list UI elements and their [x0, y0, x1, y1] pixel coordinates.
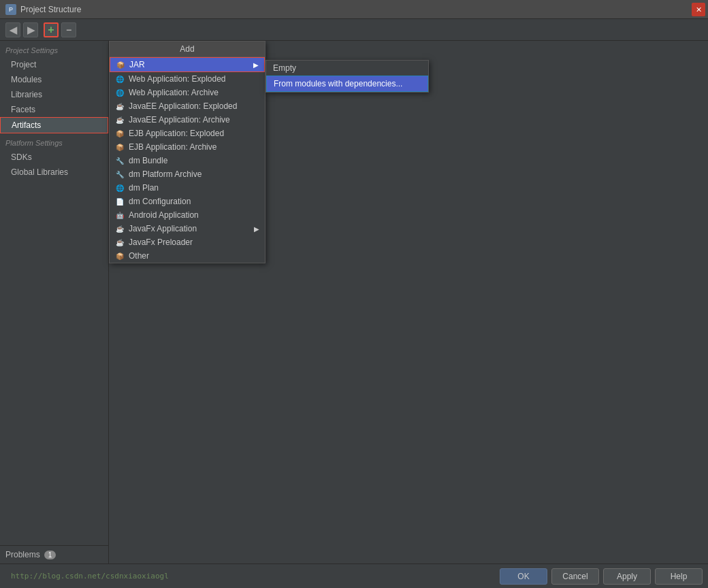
cancel-button[interactable]: Cancel [551, 568, 599, 585]
dm-config-label: dm Configuration [129, 197, 191, 206]
menu-item-other[interactable]: 📦 Other [110, 249, 265, 263]
menu-item-dm-bundle[interactable]: 🔧 dm Bundle [110, 154, 265, 167]
menu-item-web-archive[interactable]: 🌐 Web Application: Archive [110, 86, 265, 99]
menu-item-web-exploded[interactable]: 🌐 Web Application: Exploded [110, 72, 265, 86]
jar-icon: 📦 [116, 60, 125, 69]
sub-menu-item-from-modules[interactable]: From modules with dependencies... [266, 76, 428, 92]
web-exploded-icon: 🌐 [115, 74, 125, 84]
menu-item-ejb-archive[interactable]: 📦 EJB Application: Archive [110, 140, 265, 154]
ejb-exploded-label: EJB Application: Exploded [129, 129, 224, 138]
main-layout: ◀ ▶ + − Project Settings Project Modules… [0, 19, 708, 588]
web-archive-label: Web Application: Archive [129, 88, 219, 97]
ejb-archive-icon: 📦 [115, 142, 125, 152]
menu-item-ejb-exploded[interactable]: 📦 EJB Application: Exploded [110, 127, 265, 140]
sub-menu-item-empty[interactable]: Empty [266, 61, 428, 76]
dm-plan-label: dm Plan [129, 183, 159, 193]
from-modules-label: From modules with dependencies... [274, 79, 402, 88]
javaee-archive-icon: ☕ [115, 115, 125, 125]
bottom-bar: http://blog.csdn.net/csdnxiaoxiaogl OK C… [0, 564, 708, 588]
empty-label: Empty [273, 63, 296, 73]
menu-item-javaee-archive[interactable]: ☕ JavaEE Application: Archive [110, 113, 265, 127]
android-icon: 🤖 [115, 210, 125, 220]
javaee-archive-label: JavaEE Application: Archive [129, 115, 230, 125]
toolbar: ◀ ▶ + − [0, 19, 708, 41]
javafx-arrow-icon: ▶ [254, 225, 259, 233]
help-button[interactable]: Help [655, 568, 703, 585]
jar-sub-menu[interactable]: Empty From modules with dependencies... [266, 60, 429, 93]
dm-plan-icon: 🌐 [115, 183, 125, 193]
forward-button[interactable]: ▶ [23, 22, 38, 37]
remove-button[interactable]: − [61, 22, 76, 37]
sidebar-item-modules[interactable]: Modules [0, 72, 108, 87]
problems-badge: 1 [44, 551, 57, 559]
title-bar: P Project Structure ✕ [0, 0, 708, 19]
sidebar-item-project[interactable]: Project [0, 57, 108, 72]
javaee-exploded-label: JavaEE Application: Exploded [129, 101, 237, 111]
android-label: Android Application [129, 210, 199, 220]
project-settings-label: Project Settings [0, 41, 108, 57]
dm-platform-icon: 🔧 [115, 169, 125, 179]
dm-bundle-label: dm Bundle [129, 156, 167, 165]
sidebar-item-facets[interactable]: Facets [0, 102, 108, 117]
javafx-preloader-icon: ☕ [115, 238, 125, 247]
url-text: http://blog.csdn.net/csdnxiaoxiaogl [11, 572, 169, 581]
close-button[interactable]: ✕ [692, 3, 705, 16]
sidebar: Project Settings Project Modules Librari… [0, 41, 109, 564]
menu-item-dm-configuration[interactable]: 📄 dm Configuration [110, 195, 265, 208]
add-menu-container: Add 📦 JAR ▶ 🌐 Web Application: Exploded … [109, 41, 708, 564]
dm-bundle-icon: 🔧 [115, 156, 125, 165]
menu-item-android-application[interactable]: 🤖 Android Application [110, 208, 265, 222]
sidebar-item-sdks[interactable]: SDKs [0, 150, 108, 165]
sidebar-item-global-libraries[interactable]: Global Libraries [0, 165, 108, 180]
jar-label: JAR [129, 60, 145, 69]
javafx-app-label: JavaFx Application [129, 224, 197, 233]
dm-platform-label: dm Platform Archive [129, 169, 202, 179]
problems-item[interactable]: Problems 1 [0, 545, 108, 564]
menu-item-javaee-exploded[interactable]: ☕ JavaEE Application: Exploded [110, 99, 265, 113]
back-button[interactable]: ◀ [5, 22, 20, 37]
web-archive-icon: 🌐 [115, 88, 125, 97]
add-button[interactable]: + [44, 22, 59, 37]
apply-button[interactable]: Apply [603, 568, 651, 585]
add-menu-header: Add [110, 42, 265, 57]
menu-item-javafx-application[interactable]: ☕ JavaFx Application ▶ [110, 222, 265, 235]
other-icon: 📦 [115, 251, 125, 261]
menu-item-javafx-preloader[interactable]: ☕ JavaFx Preloader [110, 235, 265, 249]
app-icon: P [5, 4, 16, 15]
sidebar-item-artifacts[interactable]: Artifacts [0, 117, 108, 133]
problems-label: Problems [5, 550, 40, 559]
menu-item-jar[interactable]: 📦 JAR ▶ [110, 57, 265, 72]
main-panel: Add 📦 JAR ▶ 🌐 Web Application: Exploded … [109, 41, 708, 564]
jar-arrow-icon: ▶ [253, 61, 259, 69]
content-area: Project Settings Project Modules Librari… [0, 41, 708, 564]
menu-item-dm-plan[interactable]: 🌐 dm Plan [110, 181, 265, 195]
sidebar-item-libraries[interactable]: Libraries [0, 87, 108, 102]
javaee-exploded-icon: ☕ [115, 101, 125, 111]
ok-button[interactable]: OK [500, 568, 547, 585]
javafx-app-icon: ☕ [115, 224, 125, 233]
ejb-exploded-icon: 📦 [115, 129, 125, 138]
other-label: Other [129, 251, 149, 261]
add-menu[interactable]: Add 📦 JAR ▶ 🌐 Web Application: Exploded … [109, 41, 266, 263]
javafx-preloader-label: JavaFx Preloader [129, 238, 193, 247]
dm-config-icon: 📄 [115, 197, 125, 206]
platform-settings-label: Platform Settings [0, 133, 108, 150]
ejb-archive-label: EJB Application: Archive [129, 142, 216, 152]
menu-item-dm-platform-archive[interactable]: 🔧 dm Platform Archive [110, 167, 265, 181]
web-exploded-label: Web Application: Exploded [129, 74, 226, 84]
title-bar-text: Project Structure [20, 5, 81, 14]
